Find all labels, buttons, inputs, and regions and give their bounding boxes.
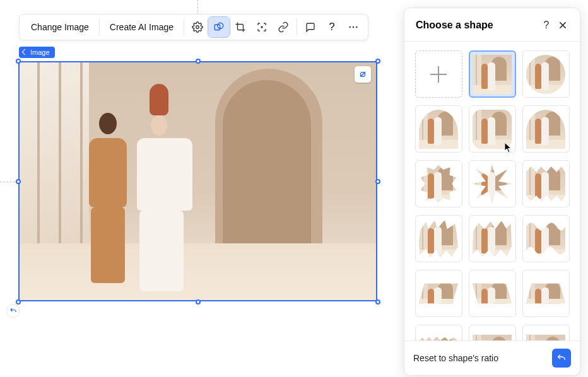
resize-handle-bottom-right[interactable]	[375, 299, 380, 304]
shape-option-rough-blob-1[interactable]	[415, 215, 462, 262]
shape-option-ripped-bottom[interactable]	[522, 325, 570, 340]
shape-thumbnail	[526, 280, 565, 308]
resize-handle-top-right[interactable]	[375, 59, 380, 64]
shape-option-custom-shape[interactable]	[415, 50, 462, 98]
shape-option-wave-rect[interactable]	[522, 215, 570, 262]
crop-icon	[235, 21, 246, 33]
shape-option-flower[interactable]	[415, 160, 462, 207]
link-icon	[278, 21, 289, 33]
shape-option-parallelogram-right[interactable]	[469, 270, 516, 317]
shape-thumbnail	[419, 280, 458, 308]
help-icon: ?	[329, 21, 334, 33]
panel-help-button[interactable]: ?	[538, 17, 555, 33]
shape-thumbnail	[526, 335, 565, 341]
create-ai-image-button[interactable]: Create AI Image	[102, 17, 181, 37]
panel-header: Choose a shape ?	[404, 8, 580, 42]
help-button[interactable]: ?	[321, 17, 343, 37]
shape-panel: Choose a shape ? Reset to shape's ratio	[404, 8, 580, 376]
svg-point-0	[196, 26, 199, 29]
svg-point-3	[261, 26, 262, 28]
vertical-guide	[197, 0, 198, 15]
shape-option-arch-frame[interactable]	[522, 105, 570, 153]
shape-thumbnail	[419, 110, 458, 149]
expand-image-button[interactable]	[355, 66, 371, 83]
panel-body	[404, 42, 580, 340]
shape-option-trapezoid[interactable]	[522, 270, 570, 317]
shape-option-scallop[interactable]	[522, 160, 570, 207]
shape-thumbnail	[473, 55, 512, 94]
shape-option-arch[interactable]	[415, 105, 462, 153]
shape-thumbnail	[526, 165, 565, 204]
shape-thumbnail	[473, 280, 512, 308]
shape-mask-button[interactable]	[208, 17, 230, 37]
shape-thumbnail	[419, 165, 458, 204]
resize-handle-top-left[interactable]	[16, 59, 21, 64]
panel-footer: Reset to shape's ratio	[404, 340, 580, 375]
shape-option-burst[interactable]	[469, 160, 516, 207]
undo-button[interactable]	[6, 304, 20, 318]
shape-thumbnail	[526, 219, 565, 258]
svg-point-5	[353, 26, 355, 28]
shape-thumbnail	[419, 335, 458, 341]
panel-title: Choose a shape	[416, 20, 538, 31]
shape-grid	[413, 50, 571, 340]
shape-thumbnail	[473, 219, 512, 258]
shape-option-rectangle[interactable]	[469, 50, 516, 98]
resize-handle-middle-right[interactable]	[375, 179, 380, 184]
crop-button[interactable]	[230, 17, 251, 37]
shape-icon	[213, 21, 225, 33]
shape-thumbnail	[419, 219, 458, 258]
shape-option-rough-blob-2[interactable]	[469, 215, 516, 262]
reset-ratio-button[interactable]	[552, 349, 571, 368]
settings-button[interactable]	[187, 17, 208, 37]
svg-point-4	[349, 26, 351, 28]
separator	[297, 19, 297, 35]
undo-icon	[9, 307, 17, 315]
selected-image[interactable]	[18, 61, 377, 301]
link-button[interactable]	[273, 17, 294, 37]
plus-icon	[430, 66, 447, 83]
comment-button[interactable]	[300, 17, 321, 37]
more-button[interactable]	[343, 17, 364, 37]
resize-handle-top-center[interactable]	[196, 59, 201, 64]
shape-thumbnail	[526, 110, 565, 149]
resize-handle-bottom-left[interactable]	[16, 299, 21, 304]
focal-point-button[interactable]	[251, 17, 273, 37]
svg-point-2	[218, 23, 223, 28]
shape-thumbnail	[473, 110, 512, 149]
gear-icon	[192, 21, 203, 33]
image-toolbar: Change Image Create AI Image ?	[19, 14, 368, 40]
shape-thumbnail	[473, 335, 512, 341]
resize-handle-bottom-center[interactable]	[196, 299, 201, 304]
close-icon	[558, 20, 568, 30]
help-icon: ?	[544, 20, 550, 31]
comment-icon	[305, 21, 316, 33]
shape-thumbnail	[526, 55, 565, 94]
shape-option-rectangle-wide[interactable]	[469, 325, 516, 340]
reset-icon	[556, 353, 567, 363]
shape-option-parallelogram-left[interactable]	[415, 270, 462, 317]
separator	[99, 19, 100, 35]
element-type-tag[interactable]: Image	[19, 47, 55, 58]
separator	[184, 19, 184, 35]
expand-icon	[358, 69, 368, 79]
svg-point-6	[356, 26, 358, 28]
focal-icon	[256, 21, 268, 33]
more-icon	[348, 21, 359, 33]
panel-close-button[interactable]	[555, 17, 571, 33]
shape-option-rounded-rect[interactable]	[469, 105, 516, 153]
reset-ratio-label: Reset to shape's ratio	[413, 353, 552, 363]
shape-option-circle[interactable]	[522, 50, 570, 98]
shape-thumbnail	[473, 165, 512, 204]
change-image-button[interactable]: Change Image	[23, 17, 97, 37]
shape-option-ripped-top[interactable]	[415, 325, 462, 340]
resize-handle-middle-left[interactable]	[16, 179, 21, 184]
